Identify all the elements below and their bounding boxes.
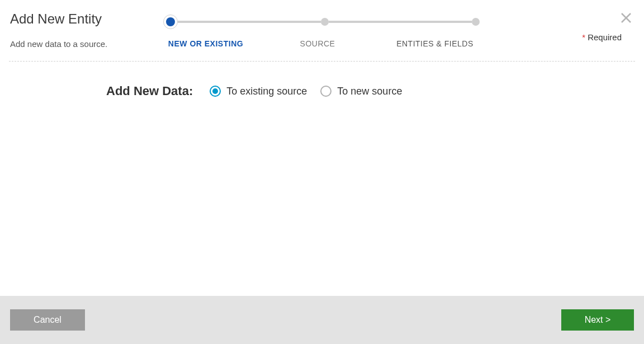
step-connector <box>329 21 472 23</box>
step-dot-1-inner <box>166 17 175 26</box>
step-connector <box>178 21 321 23</box>
radio-option-existing-source[interactable]: To existing source <box>210 86 307 97</box>
step-dot-3[interactable] <box>472 18 480 26</box>
radio-option-label: To new source <box>337 86 402 97</box>
close-icon <box>619 11 633 25</box>
stepper-labels: NEW OR EXISTING SOURCE ENTITIES & FIELDS <box>150 39 496 48</box>
radio-option-new-source[interactable]: To new source <box>320 86 402 97</box>
step-label-entities-fields[interactable]: ENTITIES & FIELDS <box>373 39 496 48</box>
next-button[interactable]: Next > <box>561 309 634 331</box>
required-star-icon: * <box>582 32 585 42</box>
add-new-data-label: Add New Data: <box>106 84 193 98</box>
dialog-title: Add New Entity <box>10 11 144 27</box>
add-new-data-row: Add New Data: To existing source To new … <box>34 84 610 98</box>
stepper-track <box>167 15 480 29</box>
stepper: NEW OR EXISTING SOURCE ENTITIES & FIELDS <box>167 8 634 48</box>
radio-option-label: To existing source <box>226 86 307 97</box>
step-dot-2[interactable] <box>321 18 329 26</box>
close-button[interactable] <box>616 8 636 28</box>
radio-icon <box>320 86 332 97</box>
step-label-new-or-existing[interactable]: NEW OR EXISTING <box>150 39 262 48</box>
add-entity-dialog: Add New Entity Add new data to a source.… <box>0 0 644 344</box>
cancel-button[interactable]: Cancel <box>10 309 85 331</box>
dialog-body: Add New Data: To existing source To new … <box>0 62 644 296</box>
dialog-header: Add New Entity Add new data to a source.… <box>0 0 644 49</box>
dialog-subtitle: Add new data to a source. <box>10 39 144 49</box>
dialog-footer: Cancel Next > <box>0 296 644 344</box>
title-block: Add New Entity Add new data to a source. <box>10 8 144 49</box>
required-label: Required <box>588 32 622 42</box>
step-label-source[interactable]: SOURCE <box>262 39 373 48</box>
radio-icon <box>210 86 221 97</box>
step-dot-1[interactable] <box>163 15 178 29</box>
required-indicator: *Required <box>582 32 622 42</box>
